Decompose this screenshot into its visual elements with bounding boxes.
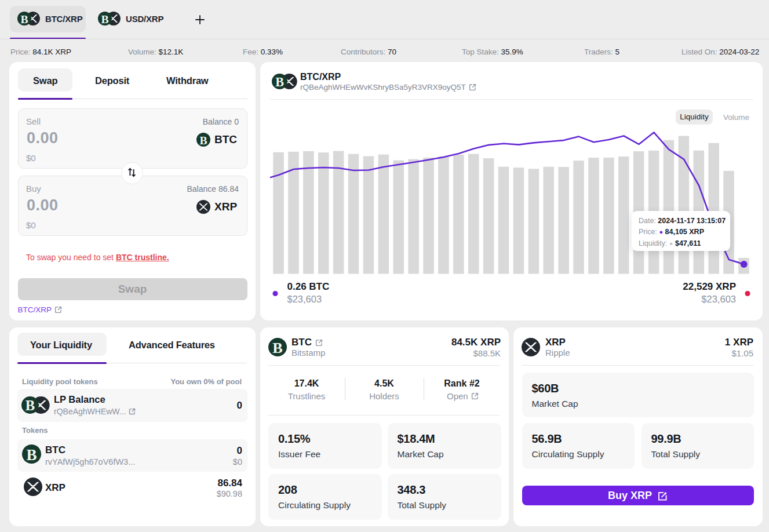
svg-text:B: B bbox=[20, 13, 28, 25]
svg-text:B: B bbox=[199, 134, 207, 147]
svg-text:B: B bbox=[26, 446, 37, 464]
svg-text:B: B bbox=[25, 398, 35, 413]
svg-text:B: B bbox=[272, 340, 282, 356]
svg-text:B: B bbox=[101, 13, 108, 25]
